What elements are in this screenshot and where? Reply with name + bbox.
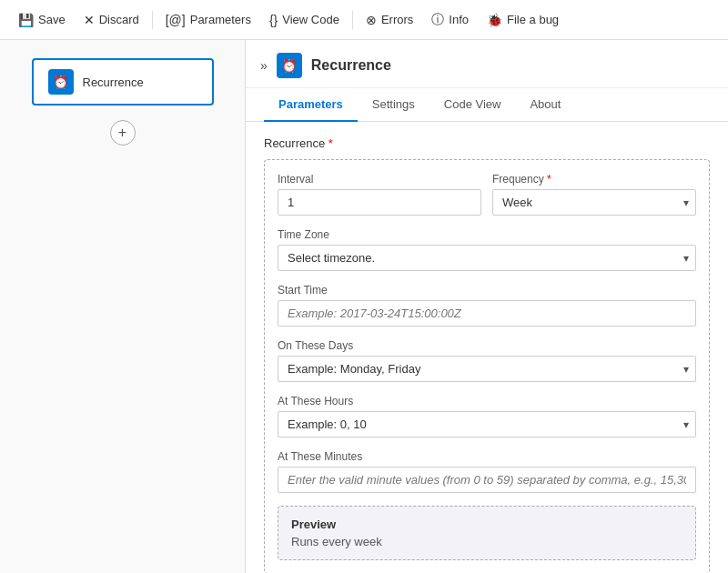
at-these-hours-select[interactable]: Example: 0, 10 [278, 411, 696, 437]
preview-text: Runs every week [291, 535, 682, 548]
node-icon: ⏰ [48, 69, 74, 95]
at-these-minutes-input[interactable] [278, 467, 696, 493]
view-code-button[interactable]: {} View Code [262, 9, 347, 31]
save-label: Save [38, 13, 66, 26]
start-time-input[interactable] [278, 300, 696, 327]
node-label: Recurrence [83, 75, 144, 89]
parameters-icon: [@] [166, 13, 186, 27]
form-content: Recurrence * Interval Frequency * [246, 122, 728, 573]
interval-label: Interval [278, 173, 481, 186]
on-these-days-select[interactable]: Example: Monday, Friday [278, 356, 696, 382]
at-these-minutes-label: At These Minutes [278, 450, 696, 463]
toolbar: 💾 Save ✕ Discard [@] Parameters {} View … [0, 0, 728, 40]
frequency-label: Frequency * [492, 173, 696, 186]
start-time-group: Start Time [278, 284, 696, 327]
interval-input[interactable] [278, 189, 481, 216]
section-label: Recurrence * [264, 136, 710, 150]
timezone-select-wrapper: Select timezone. ▾ [278, 245, 696, 271]
panel-clock-icon: ⏰ [281, 58, 297, 73]
parameters-label: Parameters [190, 13, 251, 26]
add-step-button[interactable]: + [110, 120, 136, 146]
frequency-group: Frequency * Week Minute Hour Day Month [492, 173, 696, 216]
recurrence-form-box: Interval Frequency * Week Minute H [264, 159, 710, 573]
preview-box: Preview Runs every week [278, 506, 696, 560]
start-time-label: Start Time [278, 284, 696, 297]
info-icon: ⓘ [431, 12, 444, 28]
at-these-hours-group: At These Hours Example: 0, 10 ▾ [278, 395, 696, 437]
frequency-select[interactable]: Week Minute Hour Day Month [492, 189, 696, 216]
file-bug-label: File a bug [507, 13, 559, 26]
frequency-select-wrapper: Week Minute Hour Day Month ▾ [492, 189, 696, 216]
file-bug-button[interactable]: 🐞 File a bug [480, 9, 566, 31]
panel-title: Recurrence [311, 57, 391, 74]
freq-required: * [547, 173, 551, 186]
chevron-icon[interactable]: » [260, 58, 268, 73]
timezone-label: Time Zone [278, 228, 696, 241]
on-these-days-wrapper: Example: Monday, Friday ▾ [278, 356, 696, 382]
timezone-group: Time Zone Select timezone. ▾ [278, 228, 696, 271]
discard-label: Discard [99, 13, 139, 26]
errors-button[interactable]: ⊗ Errors [359, 9, 420, 31]
separator-2 [352, 11, 353, 29]
recurrence-node[interactable]: ⏰ Recurrence [32, 58, 214, 106]
left-panel: ⏰ Recurrence + [0, 40, 246, 573]
separator-1 [152, 11, 153, 29]
on-these-days-label: On These Days [278, 339, 696, 352]
tab-about[interactable]: About [515, 88, 575, 122]
save-button[interactable]: 💾 Save [11, 9, 73, 31]
interval-frequency-row: Interval Frequency * Week Minute H [278, 173, 696, 216]
right-panel: » ⏰ Recurrence Parameters Settings Code … [246, 40, 728, 573]
info-button[interactable]: ⓘ Info [424, 8, 476, 32]
tab-settings[interactable]: Settings [358, 88, 430, 122]
required-star: * [329, 136, 333, 150]
tab-code-view[interactable]: Code View [430, 88, 516, 122]
errors-icon: ⊗ [366, 13, 377, 27]
parameters-button[interactable]: [@] Parameters [158, 9, 258, 31]
clock-icon: ⏰ [53, 75, 68, 89]
interval-group: Interval [278, 173, 481, 216]
info-label: Info [449, 13, 469, 26]
discard-button[interactable]: ✕ Discard [76, 9, 147, 31]
tabs: Parameters Settings Code View About [246, 88, 728, 122]
panel-icon: ⏰ [277, 53, 302, 78]
save-icon: 💾 [18, 13, 34, 27]
panel-header: » ⏰ Recurrence [246, 40, 728, 88]
on-these-days-group: On These Days Example: Monday, Friday ▾ [278, 339, 696, 382]
at-these-hours-label: At These Hours [278, 395, 696, 407]
view-code-label: View Code [282, 13, 339, 26]
main-layout: ⏰ Recurrence + » ⏰ Recurrence Parameters… [0, 40, 728, 573]
at-these-minutes-group: At These Minutes [278, 450, 696, 493]
discard-icon: ✕ [84, 13, 95, 27]
view-code-icon: {} [269, 13, 278, 27]
timezone-select[interactable]: Select timezone. [278, 245, 696, 271]
plus-icon: + [118, 125, 126, 141]
tab-parameters[interactable]: Parameters [264, 88, 358, 122]
preview-title: Preview [291, 518, 682, 531]
at-these-hours-wrapper: Example: 0, 10 ▾ [278, 411, 696, 437]
bug-icon: 🐞 [487, 13, 502, 27]
errors-label: Errors [381, 13, 413, 26]
